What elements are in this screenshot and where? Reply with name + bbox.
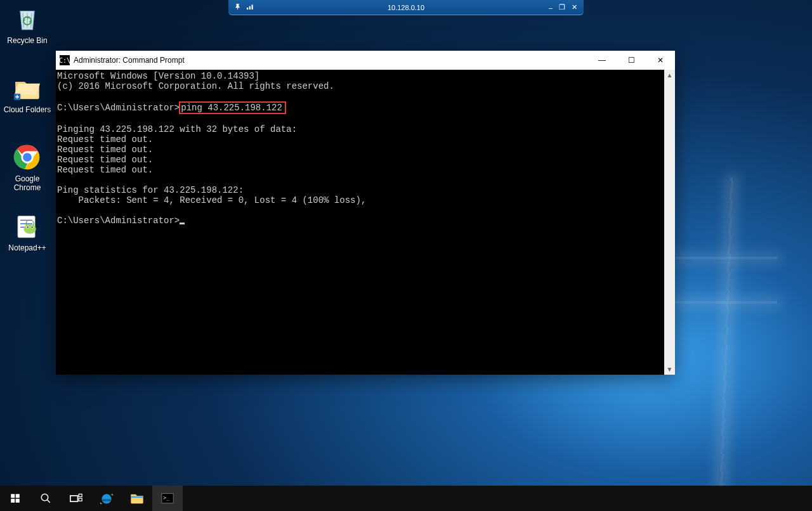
svg-rect-0 bbox=[247, 8, 248, 10]
taskbar-explorer-button[interactable] bbox=[122, 486, 152, 511]
light-beam bbox=[719, 178, 733, 495]
light-beam bbox=[676, 257, 777, 259]
folder-icon bbox=[12, 73, 43, 103]
desktop-icon-recycle-bin[interactable]: Recycle Bin bbox=[3, 4, 52, 45]
taskbar-ie-button[interactable] bbox=[91, 486, 122, 511]
search-button[interactable] bbox=[30, 486, 61, 511]
signal-icon bbox=[247, 3, 254, 11]
desktop-icon-notepadpp[interactable]: Notepad++ bbox=[3, 211, 52, 252]
window-close-button[interactable]: ✕ bbox=[646, 51, 675, 70]
window-maximize-button[interactable]: ☐ bbox=[617, 51, 646, 70]
scroll-track[interactable] bbox=[664, 81, 675, 364]
scroll-up-button[interactable]: ▲ bbox=[664, 70, 675, 81]
svg-point-15 bbox=[27, 226, 29, 228]
terminal-line: Microsoft Windows [Version 10.0.14393] bbox=[57, 71, 259, 81]
window-title: Administrator: Command Prompt bbox=[74, 56, 185, 65]
taskbar-cmd-button[interactable]: >_ bbox=[152, 486, 183, 511]
svg-rect-24 bbox=[131, 496, 143, 498]
remote-session-bar[interactable]: 10.128.0.10 – ❐ ✕ bbox=[228, 0, 584, 15]
terminal-line: Request timed out. bbox=[57, 145, 153, 155]
svg-rect-1 bbox=[249, 6, 251, 10]
svg-line-19 bbox=[47, 500, 50, 503]
desktop-icon-label: Recycle Bin bbox=[3, 36, 52, 45]
terminal-scrollbar[interactable]: ▲ ▼ bbox=[664, 70, 675, 375]
terminal-cursor bbox=[180, 223, 185, 224]
session-ip: 10.128.0.10 bbox=[388, 4, 424, 11]
start-button[interactable] bbox=[0, 486, 30, 511]
command-prompt-window[interactable]: C:\ Administrator: Command Prompt — ☐ ✕ … bbox=[56, 51, 675, 375]
terminal-line: Packets: Sent = 4, Received = 0, Lost = … bbox=[57, 195, 366, 205]
chrome-icon bbox=[12, 142, 43, 172]
terminal-line: Pinging 43.225.198.122 with 32 bytes of … bbox=[57, 124, 297, 134]
terminal-line: Request timed out. bbox=[57, 155, 153, 165]
svg-rect-2 bbox=[252, 5, 253, 10]
window-titlebar[interactable]: C:\ Administrator: Command Prompt — ☐ ✕ bbox=[56, 51, 675, 70]
light-beam bbox=[676, 301, 777, 304]
scroll-down-button[interactable]: ▼ bbox=[664, 364, 675, 375]
terminal-line: Ping statistics for 43.225.198.122: bbox=[57, 185, 244, 195]
session-restore-button[interactable]: ❐ bbox=[559, 3, 565, 11]
svg-rect-21 bbox=[79, 494, 82, 496]
terminal-line: Request timed out. bbox=[57, 165, 153, 175]
taskbar[interactable]: >_ bbox=[0, 486, 812, 511]
session-close-button[interactable]: ✕ bbox=[572, 3, 577, 11]
svg-point-13 bbox=[24, 224, 36, 234]
terminal-prompt: C:\Users\Administrator> bbox=[57, 103, 180, 113]
svg-text:>_: >_ bbox=[163, 495, 170, 501]
svg-point-17 bbox=[32, 226, 33, 228]
cmd-icon: C:\ bbox=[60, 55, 70, 65]
desktop-icon-cloud-folders[interactable]: Cloud Folders bbox=[3, 73, 52, 114]
svg-rect-20 bbox=[70, 496, 78, 501]
recycle-bin-icon bbox=[12, 4, 43, 34]
desktop-icon-label: Cloud Folders bbox=[3, 105, 52, 114]
pin-icon[interactable] bbox=[235, 3, 242, 11]
terminal-prompt: C:\Users\Administrator> bbox=[57, 216, 180, 226]
desktop-icon-label: Google Chrome bbox=[3, 174, 52, 192]
terminal-output[interactable]: Microsoft Windows [Version 10.0.14393] (… bbox=[56, 70, 675, 375]
desktop-icon-label: Notepad++ bbox=[3, 243, 52, 252]
terminal-line: Request timed out. bbox=[57, 134, 153, 145]
terminal-line: (c) 2016 Microsoft Corporation. All righ… bbox=[57, 81, 334, 91]
highlighted-command: ping 43.225.198.122 bbox=[179, 101, 286, 114]
taskview-button[interactable] bbox=[61, 486, 91, 511]
svg-point-18 bbox=[41, 494, 48, 501]
window-minimize-button[interactable]: — bbox=[587, 51, 617, 70]
session-minimize-button[interactable]: – bbox=[549, 4, 553, 11]
svg-rect-22 bbox=[79, 498, 82, 501]
desktop-icon-google-chrome[interactable]: Google Chrome bbox=[3, 142, 52, 192]
notepadpp-icon bbox=[12, 211, 43, 242]
